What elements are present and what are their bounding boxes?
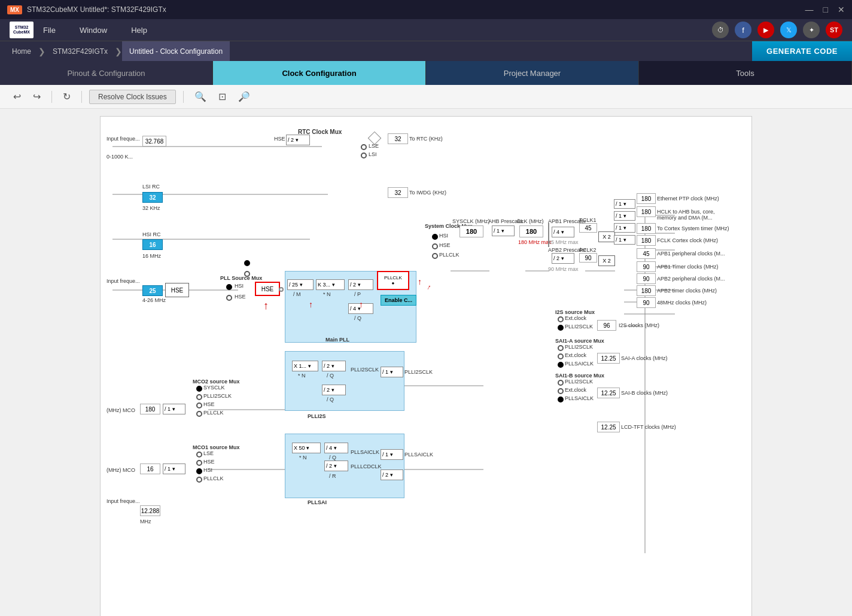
apb1-periph-value[interactable]: 45 [637, 248, 656, 259]
pllsaiclk-sai-radio[interactable] [558, 362, 564, 368]
pclk1-45[interactable]: 45 [579, 223, 597, 233]
sai-a-value[interactable]: 12.25 [597, 353, 620, 364]
tab-pinout[interactable]: Pinout & Configuration [0, 61, 213, 85]
redo-button[interactable]: ↪ [29, 89, 44, 105]
title-controls[interactable]: — □ ✕ [805, 5, 845, 14]
to-rtc-32-value[interactable]: 32 [388, 133, 408, 144]
hse-25-value[interactable]: 25 [142, 285, 163, 296]
refresh-button[interactable]: ↻ [59, 89, 74, 105]
apb1-div-select[interactable]: / 4 ▾ [552, 227, 574, 237]
fit-button[interactable]: ⊡ [215, 89, 230, 105]
hsi-16-value[interactable]: 16 [142, 239, 163, 250]
hse-div2-select[interactable]: / 2 ▾ [286, 135, 310, 145]
lsi-rtc-radio[interactable] [361, 153, 367, 158]
pllsai-div1-select[interactable]: / 1 ▾ [381, 449, 403, 460]
div1-2-select[interactable]: / 1 ▾ [614, 211, 635, 221]
pllclk-mco2-radio[interactable] [196, 411, 202, 417]
plli2s-r-select[interactable]: / 2 ▾ [322, 385, 346, 395]
pllsaiclk-saib-radio[interactable] [558, 397, 564, 402]
k3-select[interactable]: K 3... ▾ [316, 279, 345, 290]
mco1-value[interactable]: 16 [140, 463, 160, 474]
plli2sclk-mco2-radio[interactable] [196, 394, 202, 400]
hsi-sys-radio[interactable] [432, 234, 438, 240]
social-facebook[interactable]: f [735, 22, 751, 38]
fclk-value[interactable]: 180 [637, 235, 656, 246]
div1-3-select[interactable]: / 1 ▾ [614, 223, 635, 233]
plli2s-div1-select[interactable]: / 1 ▾ [381, 367, 403, 377]
div1-4-select[interactable]: / 1 ▾ [614, 235, 635, 245]
zoom-in-button[interactable]: 🔍 [191, 89, 210, 105]
hse-mco1-radio[interactable] [196, 460, 202, 466]
i2s-clk-value[interactable]: 96 [597, 320, 616, 331]
lcd-tft-value[interactable]: 12.25 [597, 422, 620, 432]
hse-sys-radio[interactable] [432, 243, 438, 249]
lse-value[interactable]: 32.768 [142, 136, 166, 147]
hse-pll-box[interactable]: HSE [255, 282, 280, 296]
pllsai-r-select[interactable]: / 2 ▾ [324, 461, 348, 471]
close-button[interactable]: ✕ [838, 5, 845, 14]
hse-mco2-radio[interactable] [196, 402, 202, 408]
pll-sys-radio[interactable] [432, 253, 438, 259]
mco2-div1-select[interactable]: / 1 ▾ [163, 404, 185, 414]
pllclk-box[interactable]: PLLCLK● [377, 271, 409, 290]
pllclk-mco1-radio[interactable] [196, 477, 202, 483]
social-youtube[interactable]: ▶ [757, 22, 774, 38]
lse-rtc-radio[interactable] [361, 144, 367, 150]
plli2s-n-select[interactable]: X 1... ▾ [292, 361, 318, 371]
crumb-home[interactable]: Home [5, 41, 38, 61]
extclock-sai-radio[interactable] [558, 353, 564, 359]
input-freq3-value[interactable]: 12.288 [140, 505, 160, 516]
sai-b-value[interactable]: 12.25 [597, 388, 620, 398]
pllsai-n-select[interactable]: X 50 ▾ [292, 443, 321, 453]
menu-file[interactable]: File [38, 23, 60, 37]
maximize-button[interactable]: □ [823, 5, 828, 14]
social-twitter[interactable]: 𝕏 [780, 22, 797, 38]
extclock-i2s-radio[interactable] [558, 316, 564, 322]
enable-c-button[interactable]: Enable C... [381, 295, 416, 306]
menu-help[interactable]: Help [126, 23, 152, 37]
mco1-div1-select[interactable]: / 1 ▾ [163, 463, 185, 474]
plli2sclk-radio[interactable] [558, 325, 564, 331]
lse-mco1-radio[interactable] [196, 452, 202, 458]
social-network[interactable]: ✦ [803, 22, 820, 38]
ahb-clk-value[interactable]: 180 [519, 225, 543, 237]
ahb-prescaler-select[interactable]: / 1 ▾ [492, 225, 515, 236]
cortex-timer-value[interactable]: 180 [637, 223, 656, 234]
eth-ptp-value[interactable]: 180 [637, 193, 656, 204]
div25-select[interactable]: / 25 ▾ [287, 279, 314, 290]
to-iwdg-32-value[interactable]: 32 [388, 187, 408, 198]
plli2s-q-select[interactable]: / 2 ▾ [322, 361, 346, 371]
apb2-periph-value[interactable]: 90 [637, 273, 656, 284]
hsi-pll-radio[interactable] [226, 284, 232, 290]
hsi-radio[interactable] [244, 260, 250, 266]
social-clock[interactable]: ⏱ [712, 22, 729, 38]
pclk2-90[interactable]: 90 [579, 253, 597, 263]
div2-p-select[interactable]: / 2 ▾ [348, 279, 373, 290]
apb2-div-select[interactable]: / 2 ▾ [552, 253, 574, 264]
undo-button[interactable]: ↩ [10, 89, 25, 105]
social-st[interactable]: ST [826, 22, 842, 38]
apb1-timer-value[interactable]: 90 [637, 261, 656, 272]
zoom-out-button[interactable]: 🔎 [235, 89, 254, 105]
sysclk-value[interactable]: 180 [460, 225, 483, 237]
mco2-value[interactable]: 180 [140, 404, 160, 414]
crumb-device[interactable]: STM32F429IGTx [45, 41, 115, 61]
crumb-current[interactable]: Untitled - Clock Configuration [122, 41, 230, 61]
extclock-saib-radio[interactable] [558, 388, 564, 394]
sysclk-mco2-radio[interactable] [196, 386, 202, 392]
lsi-32-value[interactable]: 32 [142, 192, 163, 203]
div1-1-select[interactable]: / 1 ▾ [614, 199, 635, 209]
hse-box[interactable]: HSE [165, 283, 189, 297]
menu-window[interactable]: Window [75, 23, 112, 37]
plli2sclk-sai-radio[interactable] [558, 345, 564, 351]
tab-clock[interactable]: Clock Configuration [213, 61, 426, 85]
pllsai-q-select[interactable]: / 4 ▾ [324, 443, 348, 453]
hclk-ahb-value[interactable]: 180 [637, 206, 656, 217]
apb2-timer-value[interactable]: 180 [637, 285, 656, 296]
tab-project[interactable]: Project Manager [426, 61, 639, 85]
plli2sclk-saib-radio[interactable] [558, 380, 564, 386]
clock-diagram[interactable]: Input freque... 0-1000 K... LSE 32.768 L… [100, 116, 752, 616]
resolve-clock-button[interactable]: Resolve Clock Issues [89, 90, 176, 104]
pllsai-div2-select[interactable]: / 2 ▾ [381, 469, 403, 480]
generate-code-button[interactable]: GENERATE CODE [752, 41, 852, 62]
